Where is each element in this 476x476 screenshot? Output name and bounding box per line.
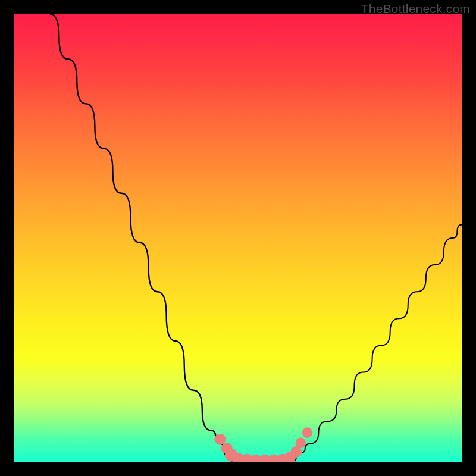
- watermark-text: TheBottleneck.com: [361, 2, 470, 16]
- chart-frame: TheBottleneck.com: [0, 0, 476, 476]
- curve-left-group: [50, 14, 233, 462]
- chart-plot-area: [14, 14, 462, 462]
- marker-dot: [295, 438, 306, 449]
- bottom-markers: [214, 427, 312, 462]
- marker-dot: [302, 427, 313, 438]
- marker-dot: [214, 434, 226, 445]
- chart-svg: [14, 14, 462, 462]
- curve-right-group: [292, 224, 462, 462]
- curve-right: [292, 224, 462, 462]
- curve-left: [50, 14, 233, 462]
